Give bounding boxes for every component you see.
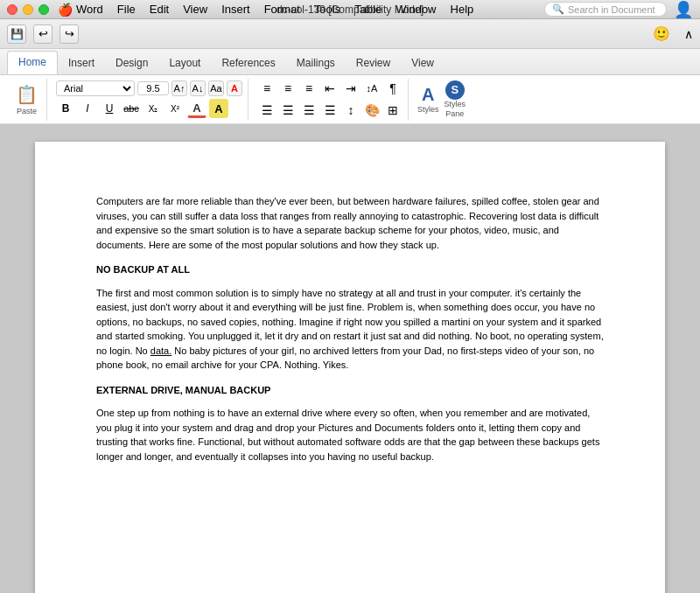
multilevel-list-button[interactable]: ≡ xyxy=(299,79,318,98)
styles-group: A Styles S StylesPane xyxy=(412,79,471,121)
tab-insert[interactable]: Insert xyxy=(58,52,105,74)
paragraph-2: The first and most common solution is to… xyxy=(96,286,604,373)
heading-1: NO BACKUP AT ALL xyxy=(96,262,604,277)
paste-label: Paste xyxy=(17,107,37,115)
redo-button[interactable]: ↪ xyxy=(60,24,79,44)
undo-button[interactable]: ↩ xyxy=(33,24,52,44)
menu-file[interactable]: File xyxy=(117,3,136,16)
document-area: Computers are far more reliable than the… xyxy=(0,124,700,593)
title-bar: 🍎 Word File Edit View Insert Format Tool… xyxy=(0,0,700,19)
paragraph-group: ≡ ≡ ≡ ⇤ ⇥ ↕A ¶ ☰ ☰ ☰ ☰ ↕ 🎨 ⊞ xyxy=(252,79,409,121)
line-spacing-button[interactable]: ↕ xyxy=(341,101,360,120)
tab-design[interactable]: Design xyxy=(105,52,158,74)
font-controls: Arial A↑ A↓ Aa A B I U abc X₂ X² A A xyxy=(56,80,242,118)
text-effects-button[interactable]: A xyxy=(227,80,242,96)
decrease-indent-button[interactable]: ⇤ xyxy=(320,79,340,98)
tab-mailings[interactable]: Mailings xyxy=(286,52,346,74)
align-left-button[interactable]: ☰ xyxy=(257,101,276,120)
styles-pane-badge[interactable]: S xyxy=(445,80,465,100)
traffic-lights xyxy=(7,4,49,15)
increase-indent-button[interactable]: ⇥ xyxy=(341,79,360,98)
align-right-button[interactable]: ☰ xyxy=(299,101,318,120)
ribbon-tabs: Home Insert Design Layout References Mai… xyxy=(0,49,700,75)
menu-help[interactable]: Help xyxy=(451,3,474,16)
justify-button[interactable]: ☰ xyxy=(320,101,340,120)
show-formatting-button[interactable]: ¶ xyxy=(383,79,402,98)
subscript-button[interactable]: X₂ xyxy=(144,99,163,118)
shading-button[interactable]: 🎨 xyxy=(362,101,382,120)
account-icon[interactable]: 👤 xyxy=(674,0,693,19)
underlined-word: data. xyxy=(150,345,172,356)
menu-edit[interactable]: Edit xyxy=(150,3,169,16)
italic-button[interactable]: I xyxy=(78,99,97,118)
paste-button[interactable]: 📋 Paste xyxy=(12,80,41,119)
tab-home[interactable]: Home xyxy=(7,51,58,74)
tab-layout[interactable]: Layout xyxy=(158,52,211,74)
font-group: Arial A↑ A↓ Aa A B I U abc X₂ X² A A xyxy=(51,79,248,121)
document-page: Computers are far more reliable than the… xyxy=(35,142,665,593)
change-case-button[interactable]: Aa xyxy=(208,80,224,96)
tab-view[interactable]: View xyxy=(401,52,444,74)
strikethrough-button[interactable]: abc xyxy=(122,99,141,118)
align-center-button[interactable]: ☰ xyxy=(278,101,298,120)
document-content[interactable]: Computers are far more reliable than the… xyxy=(96,194,604,464)
maximize-button[interactable] xyxy=(38,4,49,15)
font-name-selector[interactable]: Arial xyxy=(56,80,135,96)
emoji-picker-button[interactable]: 🙂 xyxy=(653,25,670,42)
highlight-color-button[interactable]: A xyxy=(209,99,228,118)
tab-review[interactable]: Review xyxy=(346,52,401,74)
paste-icon: 📋 xyxy=(16,84,38,105)
superscript-button[interactable]: X² xyxy=(165,99,185,118)
collapse-ribbon-button[interactable]: ∧ xyxy=(684,27,693,41)
search-icon: 🔍 xyxy=(552,3,564,15)
paragraph-1: Computers are far more reliable than the… xyxy=(96,194,604,252)
title-bar-right: 🔍 Search in Document 👤 xyxy=(544,0,693,19)
underline-button[interactable]: U xyxy=(100,99,119,118)
font-color-button[interactable]: A xyxy=(187,99,206,118)
quick-access-toolbar: 💾 ↩ ↪ 🙂 ∧ xyxy=(0,19,700,49)
styles-icon: A xyxy=(422,85,434,105)
heading-2: EXTERNAL DRIVE, MANUAL BACKUP xyxy=(96,383,604,398)
tab-references[interactable]: References xyxy=(211,52,285,74)
paragraph-3: One step up from nothing is to have an e… xyxy=(96,406,604,464)
borders-button[interactable]: ⊞ xyxy=(383,101,402,120)
apple-menu-icon[interactable]: 🍎 xyxy=(58,3,73,17)
numbered-list-button[interactable]: ≡ xyxy=(278,79,298,98)
bold-button[interactable]: B xyxy=(56,99,75,118)
save-button[interactable]: 💾 xyxy=(7,24,26,44)
menu-word[interactable]: Word xyxy=(76,3,103,16)
increase-font-button[interactable]: A↑ xyxy=(172,80,187,96)
document-title: dc-col-139 [Compatibility Mode] xyxy=(276,3,424,16)
search-placeholder: Search in Document xyxy=(568,4,655,15)
font-row2: B I U abc X₂ X² A A xyxy=(56,99,242,118)
styles-pane-label[interactable]: StylesPane xyxy=(444,100,466,119)
bullet-list-button[interactable]: ≡ xyxy=(257,79,276,98)
sort-button[interactable]: ↕A xyxy=(362,79,382,98)
menu-view[interactable]: View xyxy=(183,3,207,16)
decrease-font-button[interactable]: A↓ xyxy=(190,80,206,96)
font-row1: Arial A↑ A↓ Aa A xyxy=(56,80,242,96)
clipboard-group: 📋 Paste xyxy=(7,79,47,121)
home-toolbar: 📋 Paste Arial A↑ A↓ Aa A B I U abc X₂ xyxy=(0,75,700,124)
styles-label: Styles xyxy=(417,105,439,114)
search-box[interactable]: 🔍 Search in Document xyxy=(544,2,667,17)
font-size-input[interactable] xyxy=(137,81,169,95)
close-button[interactable] xyxy=(7,4,18,15)
minimize-button[interactable] xyxy=(23,4,33,15)
menu-insert[interactable]: Insert xyxy=(221,3,250,16)
